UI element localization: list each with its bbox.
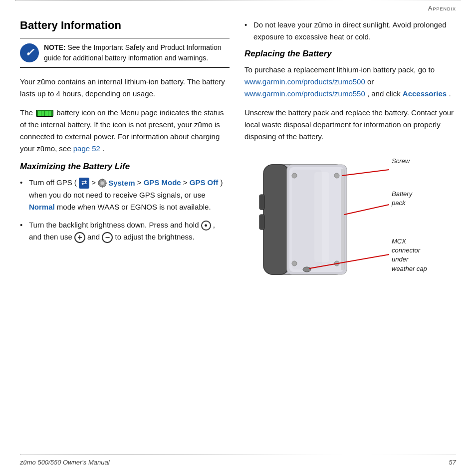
replacing-para1-or: or: [367, 77, 374, 86]
zumo500-link[interactable]: www.garmin.com/products/zumo500: [244, 77, 365, 86]
right-column: Do not leave your zūmo in direct sunligh…: [244, 19, 456, 289]
label-mcx: MCX connector under weather cap: [392, 237, 427, 273]
page-container: Appendix Battery Information ✓ NOTE: See…: [0, 0, 476, 476]
footer: zūmo 500/550 Owner's Manual 57: [20, 454, 456, 466]
zumo550-link[interactable]: www.garmin.com/products/zumo550: [244, 89, 365, 98]
bullet1-before: Turn off GPS (: [29, 178, 77, 187]
bullet1-gt1: >: [91, 178, 98, 187]
para2-before: The: [20, 108, 33, 117]
left-column: Battery Information ✓ NOTE: See the Impo…: [20, 19, 230, 289]
note-text: NOTE: See the Important Safety and Produ…: [44, 42, 230, 63]
content-area: Battery Information ✓ NOTE: See the Impo…: [0, 14, 476, 304]
appendix-header: Appendix: [0, 0, 476, 14]
svg-line-23: [309, 254, 389, 268]
replacing-para2: Unscrew the battery pack and replace the…: [244, 107, 456, 143]
appendix-label: Appendix: [428, 4, 456, 12]
bullet1-mid2: > GPS Mode > GPS Off: [137, 178, 219, 187]
top-border: [15, 0, 461, 0]
accessories-link[interactable]: Accessories: [403, 89, 447, 98]
footer-left: zūmo 500/550 Owner's Manual: [20, 459, 110, 466]
normal-mode-label: Normal: [29, 203, 55, 211]
note-body: See the Important Safety and Product Inf…: [44, 43, 222, 62]
replacing-para1-before: To purchase a replacement lithium-ion ba…: [244, 65, 435, 74]
bullet-1: Turn off GPS ( ⇄ >: [20, 177, 230, 213]
para2: The battery icon on the Menu page indica…: [20, 107, 230, 155]
gps-off-label: GPS Off: [190, 178, 219, 187]
para2-end: .: [102, 144, 104, 153]
bullet2-and: and: [87, 233, 100, 241]
bullet-list: Turn off GPS ( ⇄ >: [20, 177, 230, 243]
note-icon: ✓: [20, 43, 39, 62]
subsection-replacing: Replacing the Battery: [244, 49, 456, 59]
system-icon-group: System: [98, 177, 135, 189]
page-52-link[interactable]: page 52: [73, 144, 100, 153]
right-bullet-list: Do not leave your zūmo in direct sunligh…: [244, 19, 456, 43]
replacing-para1: To purchase a replacement lithium-ion ba…: [244, 64, 456, 100]
note-box: ✓ NOTE: See the Important Safety and Pro…: [20, 38, 230, 68]
battery-icon: [36, 110, 53, 117]
para1: Your zūmo contains an internal lithium-i…: [20, 76, 230, 100]
label-screw: Screw: [392, 157, 410, 165]
svg-rect-4: [98, 183, 100, 184]
minus-button-icon: −: [102, 232, 113, 243]
arrows-svg: [249, 155, 476, 284]
svg-line-22: [344, 205, 389, 215]
device-image-area: Screw Battery pack MCX connector under w…: [244, 150, 456, 289]
subsection-maximizing: Maximizing the Battery Life: [20, 162, 230, 172]
gps-button-icon: ⇄: [79, 178, 89, 189]
label-battery-pack: Battery pack: [392, 190, 412, 208]
bullet2-end: to adjust the brightness.: [115, 233, 194, 241]
section-title: Battery Information: [20, 19, 230, 32]
system-label: System: [108, 177, 135, 189]
footer-right: 57: [449, 459, 456, 466]
circle-button-icon: ●: [201, 221, 211, 231]
gps-mode-label: GPS Mode: [144, 178, 181, 187]
replacing-para1-end: .: [449, 89, 451, 98]
bullet2-before: Turn the backlight brightness down. Pres…: [29, 221, 199, 229]
svg-rect-5: [105, 183, 107, 184]
note-label: NOTE:: [44, 43, 66, 51]
right-bullet-1: Do not leave your zūmo in direct sunligh…: [244, 19, 456, 43]
svg-rect-3: [102, 186, 103, 188]
bullet-2: Turn the backlight brightness down. Pres…: [20, 219, 230, 243]
svg-rect-2: [102, 179, 103, 181]
replacing-para1-after: , and click: [367, 89, 401, 98]
svg-line-21: [342, 170, 389, 176]
gear-icon: [98, 179, 107, 188]
plus-button-icon: +: [74, 232, 85, 243]
bullet1-end: mode when WAAS or EGNOS is not available…: [57, 203, 211, 211]
svg-point-1: [101, 182, 104, 185]
